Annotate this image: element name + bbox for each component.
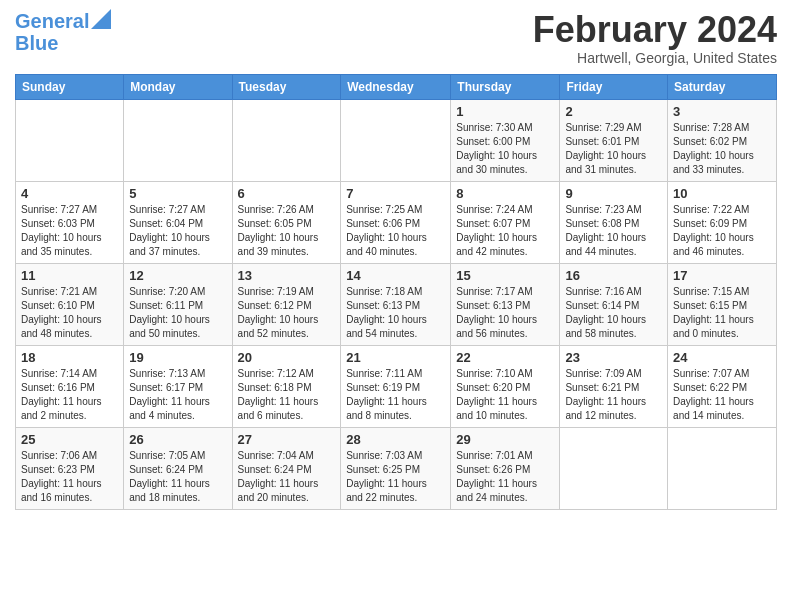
logo-icon (91, 9, 111, 29)
day-info: Sunrise: 7:28 AMSunset: 6:02 PMDaylight:… (673, 121, 771, 177)
day-number: 21 (346, 350, 445, 365)
day-number: 7 (346, 186, 445, 201)
day-info: Sunrise: 7:22 AMSunset: 6:09 PMDaylight:… (673, 203, 771, 259)
calendar-cell: 14Sunrise: 7:18 AMSunset: 6:13 PMDayligh… (341, 263, 451, 345)
calendar-cell (560, 427, 668, 509)
calendar-cell: 21Sunrise: 7:11 AMSunset: 6:19 PMDayligh… (341, 345, 451, 427)
calendar-cell: 8Sunrise: 7:24 AMSunset: 6:07 PMDaylight… (451, 181, 560, 263)
day-info: Sunrise: 7:27 AMSunset: 6:03 PMDaylight:… (21, 203, 118, 259)
day-number: 20 (238, 350, 336, 365)
week-row-5: 25Sunrise: 7:06 AMSunset: 6:23 PMDayligh… (16, 427, 777, 509)
calendar-cell: 5Sunrise: 7:27 AMSunset: 6:04 PMDaylight… (124, 181, 232, 263)
day-info: Sunrise: 7:16 AMSunset: 6:14 PMDaylight:… (565, 285, 662, 341)
day-number: 28 (346, 432, 445, 447)
calendar-cell (668, 427, 777, 509)
week-row-3: 11Sunrise: 7:21 AMSunset: 6:10 PMDayligh… (16, 263, 777, 345)
calendar-cell (232, 99, 341, 181)
day-info: Sunrise: 7:30 AMSunset: 6:00 PMDaylight:… (456, 121, 554, 177)
calendar-cell: 24Sunrise: 7:07 AMSunset: 6:22 PMDayligh… (668, 345, 777, 427)
calendar-cell: 12Sunrise: 7:20 AMSunset: 6:11 PMDayligh… (124, 263, 232, 345)
calendar-cell: 1Sunrise: 7:30 AMSunset: 6:00 PMDaylight… (451, 99, 560, 181)
calendar-cell: 9Sunrise: 7:23 AMSunset: 6:08 PMDaylight… (560, 181, 668, 263)
week-row-1: 1Sunrise: 7:30 AMSunset: 6:00 PMDaylight… (16, 99, 777, 181)
calendar-cell: 19Sunrise: 7:13 AMSunset: 6:17 PMDayligh… (124, 345, 232, 427)
header: General Blue February 2024 Hartwell, Geo… (15, 10, 777, 66)
day-number: 11 (21, 268, 118, 283)
day-info: Sunrise: 7:21 AMSunset: 6:10 PMDaylight:… (21, 285, 118, 341)
col-tuesday: Tuesday (232, 74, 341, 99)
day-number: 24 (673, 350, 771, 365)
location: Hartwell, Georgia, United States (533, 50, 777, 66)
calendar-cell (124, 99, 232, 181)
col-thursday: Thursday (451, 74, 560, 99)
day-info: Sunrise: 7:24 AMSunset: 6:07 PMDaylight:… (456, 203, 554, 259)
day-info: Sunrise: 7:01 AMSunset: 6:26 PMDaylight:… (456, 449, 554, 505)
day-info: Sunrise: 7:26 AMSunset: 6:05 PMDaylight:… (238, 203, 336, 259)
calendar-cell: 20Sunrise: 7:12 AMSunset: 6:18 PMDayligh… (232, 345, 341, 427)
week-row-2: 4Sunrise: 7:27 AMSunset: 6:03 PMDaylight… (16, 181, 777, 263)
day-info: Sunrise: 7:07 AMSunset: 6:22 PMDaylight:… (673, 367, 771, 423)
calendar-cell: 2Sunrise: 7:29 AMSunset: 6:01 PMDaylight… (560, 99, 668, 181)
calendar-cell: 28Sunrise: 7:03 AMSunset: 6:25 PMDayligh… (341, 427, 451, 509)
day-info: Sunrise: 7:19 AMSunset: 6:12 PMDaylight:… (238, 285, 336, 341)
calendar-cell: 17Sunrise: 7:15 AMSunset: 6:15 PMDayligh… (668, 263, 777, 345)
calendar-cell: 3Sunrise: 7:28 AMSunset: 6:02 PMDaylight… (668, 99, 777, 181)
calendar-cell: 7Sunrise: 7:25 AMSunset: 6:06 PMDaylight… (341, 181, 451, 263)
day-info: Sunrise: 7:03 AMSunset: 6:25 PMDaylight:… (346, 449, 445, 505)
day-number: 1 (456, 104, 554, 119)
day-number: 12 (129, 268, 226, 283)
calendar-cell: 4Sunrise: 7:27 AMSunset: 6:03 PMDaylight… (16, 181, 124, 263)
day-info: Sunrise: 7:06 AMSunset: 6:23 PMDaylight:… (21, 449, 118, 505)
day-number: 3 (673, 104, 771, 119)
day-info: Sunrise: 7:29 AMSunset: 6:01 PMDaylight:… (565, 121, 662, 177)
calendar-cell: 6Sunrise: 7:26 AMSunset: 6:05 PMDaylight… (232, 181, 341, 263)
day-number: 19 (129, 350, 226, 365)
day-info: Sunrise: 7:04 AMSunset: 6:24 PMDaylight:… (238, 449, 336, 505)
calendar-cell: 27Sunrise: 7:04 AMSunset: 6:24 PMDayligh… (232, 427, 341, 509)
day-number: 18 (21, 350, 118, 365)
logo: General Blue (15, 10, 111, 54)
calendar-table: Sunday Monday Tuesday Wednesday Thursday… (15, 74, 777, 510)
day-info: Sunrise: 7:10 AMSunset: 6:20 PMDaylight:… (456, 367, 554, 423)
col-saturday: Saturday (668, 74, 777, 99)
day-number: 17 (673, 268, 771, 283)
calendar-cell: 23Sunrise: 7:09 AMSunset: 6:21 PMDayligh… (560, 345, 668, 427)
day-info: Sunrise: 7:14 AMSunset: 6:16 PMDaylight:… (21, 367, 118, 423)
day-number: 16 (565, 268, 662, 283)
day-number: 5 (129, 186, 226, 201)
calendar-cell: 16Sunrise: 7:16 AMSunset: 6:14 PMDayligh… (560, 263, 668, 345)
day-number: 10 (673, 186, 771, 201)
day-info: Sunrise: 7:27 AMSunset: 6:04 PMDaylight:… (129, 203, 226, 259)
calendar-cell: 10Sunrise: 7:22 AMSunset: 6:09 PMDayligh… (668, 181, 777, 263)
day-number: 8 (456, 186, 554, 201)
day-number: 27 (238, 432, 336, 447)
svg-marker-0 (91, 9, 111, 29)
day-number: 9 (565, 186, 662, 201)
col-wednesday: Wednesday (341, 74, 451, 99)
calendar-cell: 15Sunrise: 7:17 AMSunset: 6:13 PMDayligh… (451, 263, 560, 345)
calendar-body: 1Sunrise: 7:30 AMSunset: 6:00 PMDaylight… (16, 99, 777, 509)
month-title: February 2024 (533, 10, 777, 50)
calendar-cell (341, 99, 451, 181)
day-number: 4 (21, 186, 118, 201)
col-sunday: Sunday (16, 74, 124, 99)
day-info: Sunrise: 7:05 AMSunset: 6:24 PMDaylight:… (129, 449, 226, 505)
day-info: Sunrise: 7:11 AMSunset: 6:19 PMDaylight:… (346, 367, 445, 423)
calendar-cell: 29Sunrise: 7:01 AMSunset: 6:26 PMDayligh… (451, 427, 560, 509)
day-number: 13 (238, 268, 336, 283)
calendar-cell: 26Sunrise: 7:05 AMSunset: 6:24 PMDayligh… (124, 427, 232, 509)
day-number: 2 (565, 104, 662, 119)
logo-blue-text: Blue (15, 32, 111, 54)
day-number: 26 (129, 432, 226, 447)
logo-text: General (15, 10, 89, 32)
day-info: Sunrise: 7:15 AMSunset: 6:15 PMDaylight:… (673, 285, 771, 341)
day-info: Sunrise: 7:23 AMSunset: 6:08 PMDaylight:… (565, 203, 662, 259)
day-number: 22 (456, 350, 554, 365)
day-number: 6 (238, 186, 336, 201)
day-info: Sunrise: 7:17 AMSunset: 6:13 PMDaylight:… (456, 285, 554, 341)
calendar-cell: 22Sunrise: 7:10 AMSunset: 6:20 PMDayligh… (451, 345, 560, 427)
day-info: Sunrise: 7:18 AMSunset: 6:13 PMDaylight:… (346, 285, 445, 341)
day-info: Sunrise: 7:09 AMSunset: 6:21 PMDaylight:… (565, 367, 662, 423)
day-number: 15 (456, 268, 554, 283)
page-container: General Blue February 2024 Hartwell, Geo… (0, 0, 792, 520)
